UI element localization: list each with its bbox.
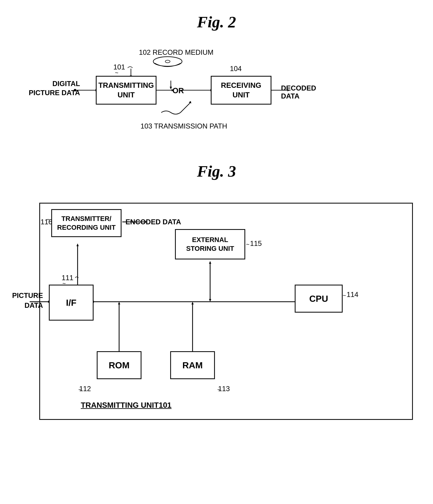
svg-marker-26 (209, 299, 211, 302)
transmission-path-label: 103 TRANSMISSION PATH (141, 122, 227, 130)
ram-box: RAM (170, 351, 215, 379)
ref-114-label: 114 (347, 291, 358, 298)
svg-marker-25 (209, 261, 211, 264)
external-storing-box: EXTERNALSTORING UNIT (175, 229, 245, 260)
picture-data-label: PICTUREDATA (12, 291, 43, 310)
ref-114-squiggle: ~ (343, 292, 346, 299)
ref-113-squiggle: ~ (217, 386, 221, 393)
ref-112-squiggle: ~ (78, 386, 82, 393)
svg-point-15 (153, 57, 182, 66)
encoded-data-label: ENCODED DATA (126, 218, 181, 226)
fig2-diagram: DIGITALPICTURE DATA 101 ~ 102 RECORD MED… (19, 44, 414, 143)
ref-104: 104 (230, 65, 242, 73)
svg-point-16 (165, 60, 170, 63)
receiving-unit-2-box: RECEIVINGUNIT (211, 76, 271, 105)
fig2-section: Fig. 2 (19, 13, 414, 143)
fig3-section: Fig. 3 (19, 162, 414, 420)
rom-box: ROM (97, 351, 142, 379)
svg-line-13 (180, 103, 190, 113)
svg-marker-20 (76, 243, 79, 246)
svg-marker-31 (191, 302, 194, 305)
ref-115-label: 115 (250, 239, 262, 247)
ref-115-squiggle: ~ (246, 241, 249, 248)
transmitter-recording-box: TRANSMITTER/RECORDING UNIT (51, 209, 121, 237)
ref-116-label: 116 (41, 218, 52, 226)
fig3-diagram: TRANSMITTER/RECORDING UNIT ENCODED DATA … (20, 193, 413, 420)
page: Fig. 2 (0, 0, 433, 504)
cpu-box: CPU (295, 285, 343, 313)
if-box: I/F (49, 285, 94, 321)
svg-marker-10 (170, 87, 172, 90)
or-label: OR (172, 86, 184, 95)
svg-marker-14 (189, 101, 191, 103)
svg-marker-28 (118, 302, 120, 305)
disc-icon (152, 55, 184, 73)
digital-picture-label: DIGITALPICTURE DATA (29, 79, 80, 97)
transmitting-unit101-label: TRANSMITTING UNIT101 (81, 401, 171, 409)
transmitting-unit-2-box: TRANSMITTINGUNIT (96, 76, 156, 105)
fig2-title: Fig. 2 (19, 13, 414, 31)
fig3-title: Fig. 3 (19, 162, 414, 180)
decoded-data-label: DECODEDDATA (281, 84, 316, 100)
